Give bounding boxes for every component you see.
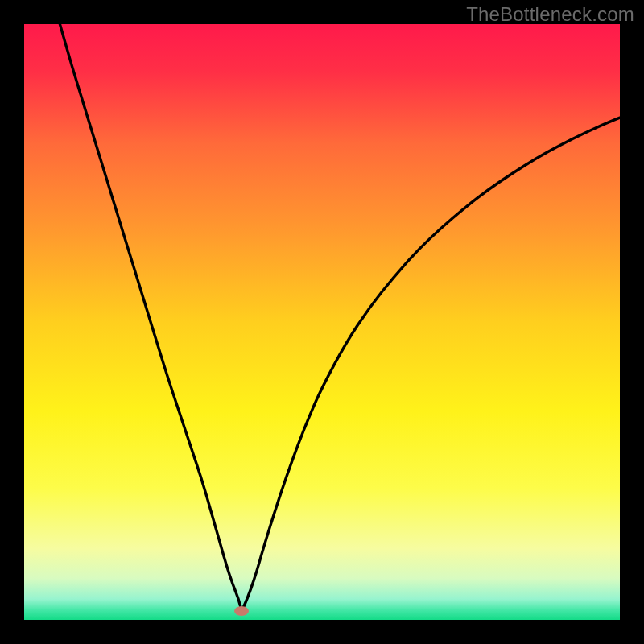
bottleneck-curve [24, 24, 620, 620]
chart-frame: TheBottleneck.com [0, 0, 644, 644]
plot-area [24, 24, 620, 620]
watermark-text: TheBottleneck.com [466, 3, 634, 26]
minimum-marker-icon [234, 606, 249, 616]
